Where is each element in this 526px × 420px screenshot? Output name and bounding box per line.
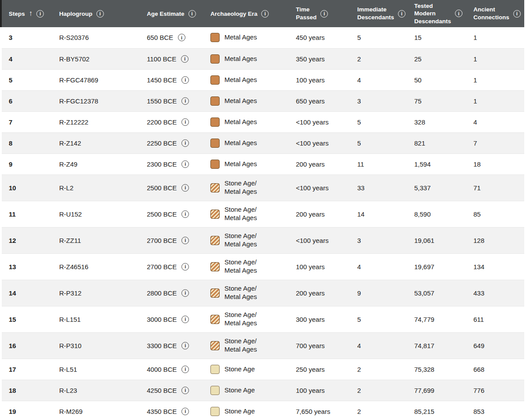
cell-steps: 10	[2, 174, 59, 201]
cell-haplogroup: R-L2	[59, 174, 147, 201]
age-estimate-info-icon[interactable]	[181, 366, 189, 373]
column-header-immediate-descendants[interactable]: Immediate Descendants	[357, 0, 414, 27]
cell-immediate-descendants: 2	[357, 401, 414, 420]
column-header-steps[interactable]: Steps ↑	[2, 0, 59, 27]
age-estimate-info-icon[interactable]	[181, 184, 189, 192]
age-estimate-info-icon[interactable]	[181, 408, 189, 415]
cell-time-passed: 700 years	[296, 332, 357, 359]
age-estimate-info-icon[interactable]	[181, 118, 189, 126]
age-estimate-info-icon[interactable]	[181, 289, 189, 297]
cell-ancient-connections: 134	[473, 253, 524, 280]
cell-archaeology-era: Metal Ages	[210, 48, 296, 69]
era-swatch-icon	[210, 54, 220, 64]
column-header-age-estimate[interactable]: Age Estimate	[147, 0, 210, 27]
cell-time-passed: 450 years	[296, 27, 357, 48]
cell-steps: 18	[2, 380, 59, 401]
cell-time-passed: 650 years	[296, 90, 357, 111]
steps-info-icon[interactable]	[36, 10, 44, 18]
age-estimate-info-icon[interactable]	[181, 97, 189, 105]
table-row: 14 R-P312 2800 BCE Stone Age/ Metal Ages…	[2, 280, 524, 306]
column-label-immediate-descendants: Immediate Descendants	[357, 6, 394, 21]
age-estimate-info-icon[interactable]	[181, 160, 189, 168]
cell-age-estimate: 2700 BCE	[147, 227, 210, 253]
cell-steps: 9	[2, 153, 59, 174]
cell-immediate-descendants: 4	[357, 332, 414, 359]
tested-modern-descendants-info-icon[interactable]	[455, 10, 462, 17]
age-estimate-info-icon[interactable]	[181, 342, 189, 349]
age-estimate-info-icon[interactable]	[181, 55, 188, 63]
time-passed-info-icon[interactable]	[320, 10, 328, 18]
cell-age-estimate: 4250 BCE	[147, 380, 210, 401]
cell-steps: 8	[2, 132, 59, 153]
cell-steps: 17	[2, 359, 59, 380]
cell-ancient-connections: 7	[473, 132, 524, 153]
sort-ascending-icon[interactable]: ↑	[29, 10, 33, 17]
cell-archaeology-era: Metal Ages	[210, 90, 296, 111]
column-label-ancient-connections: Ancient Connections	[473, 6, 509, 21]
cell-archaeology-era: Stone Age	[210, 380, 296, 401]
column-header-tested-modern-descendants[interactable]: Tested Modern Descendants	[414, 0, 473, 27]
age-estimate-info-icon[interactable]	[188, 10, 196, 18]
age-estimate-info-icon[interactable]	[181, 316, 189, 323]
immediate-descendants-info-icon[interactable]	[398, 10, 405, 18]
era-label: Stone Age/ Metal Ages	[224, 311, 268, 327]
cell-age-estimate: 2250 BCE	[147, 132, 210, 153]
era-label: Stone Age/ Metal Ages	[224, 206, 268, 222]
age-estimate-info-icon[interactable]	[181, 237, 189, 244]
age-estimate-info-icon[interactable]	[181, 76, 189, 84]
column-header-archaeology-era[interactable]: Archaeology Era	[210, 0, 296, 27]
cell-haplogroup: R-L51	[59, 359, 147, 380]
cell-immediate-descendants: 2	[357, 359, 414, 380]
cell-haplogroup: R-Z46516	[59, 253, 147, 280]
age-estimate-info-icon[interactable]	[181, 210, 189, 218]
archaeology-era-info-icon[interactable]	[261, 10, 269, 18]
cell-immediate-descendants: 4	[357, 69, 414, 90]
cell-steps: 19	[2, 401, 59, 420]
age-estimate-info-icon[interactable]	[178, 34, 185, 41]
cell-archaeology-era: Metal Ages	[210, 111, 296, 132]
column-header-ancient-connections[interactable]: Ancient Connections	[473, 0, 524, 27]
cell-immediate-descendants: 2	[357, 48, 414, 69]
cell-age-estimate: 3300 BCE	[147, 332, 210, 359]
era-label: Metal Ages	[224, 97, 257, 105]
column-header-time-passed[interactable]: Time Passed	[296, 0, 357, 27]
table-row: 11 R-U152 2500 BCE Stone Age/ Metal Ages…	[2, 201, 524, 227]
cell-tested-modern-descendants: 74,779	[414, 306, 473, 332]
cell-immediate-descendants: 3	[357, 90, 414, 111]
age-estimate-info-icon[interactable]	[181, 139, 189, 147]
age-estimate-info-icon[interactable]	[181, 263, 189, 271]
cell-time-passed: <100 years	[296, 132, 357, 153]
era-swatch-icon	[210, 386, 220, 395]
cell-haplogroup: R-Z49	[59, 153, 147, 174]
cell-archaeology-era: Stone Age/ Metal Ages	[210, 174, 296, 201]
cell-age-estimate: 2300 BCE	[147, 153, 210, 174]
cell-tested-modern-descendants: 77,699	[414, 380, 473, 401]
cell-archaeology-era: Metal Ages	[210, 69, 296, 90]
era-label: Stone Age/ Metal Ages	[224, 179, 268, 196]
era-swatch-icon	[210, 160, 220, 169]
cell-archaeology-era: Metal Ages	[210, 27, 296, 48]
cell-tested-modern-descendants: 19,061	[414, 227, 473, 253]
cell-age-estimate: 2500 BCE	[147, 174, 210, 201]
haplogroup-time-table: Steps ↑ Haplogroup Age Estimate	[0, 0, 526, 420]
cell-time-passed: 100 years	[296, 380, 357, 401]
table-row: 15 R-L151 3000 BCE Stone Age/ Metal Ages…	[2, 306, 524, 332]
cell-ancient-connections: 1	[473, 48, 524, 69]
cell-ancient-connections: 71	[473, 174, 524, 201]
ancient-connections-info-icon[interactable]	[513, 10, 521, 18]
cell-time-passed: 350 years	[296, 48, 357, 69]
era-label: Metal Ages	[224, 160, 257, 168]
cell-haplogroup: R-L23	[59, 380, 147, 401]
cell-time-passed: 300 years	[296, 306, 357, 332]
column-header-haplogroup[interactable]: Haplogroup	[59, 0, 147, 27]
cell-immediate-descendants: 5	[357, 111, 414, 132]
table-row: 13 R-Z46516 2700 BCE Stone Age/ Metal Ag…	[2, 253, 524, 280]
cell-age-estimate: 2800 BCE	[147, 280, 210, 306]
cell-steps: 11	[2, 201, 59, 227]
cell-time-passed: 200 years	[296, 153, 357, 174]
era-label: Stone Age/ Metal Ages	[224, 337, 268, 354]
age-estimate-info-icon[interactable]	[181, 387, 189, 394]
cell-haplogroup: R-L151	[59, 306, 147, 332]
haplogroup-info-icon[interactable]	[96, 10, 104, 18]
cell-steps: 6	[2, 90, 59, 111]
